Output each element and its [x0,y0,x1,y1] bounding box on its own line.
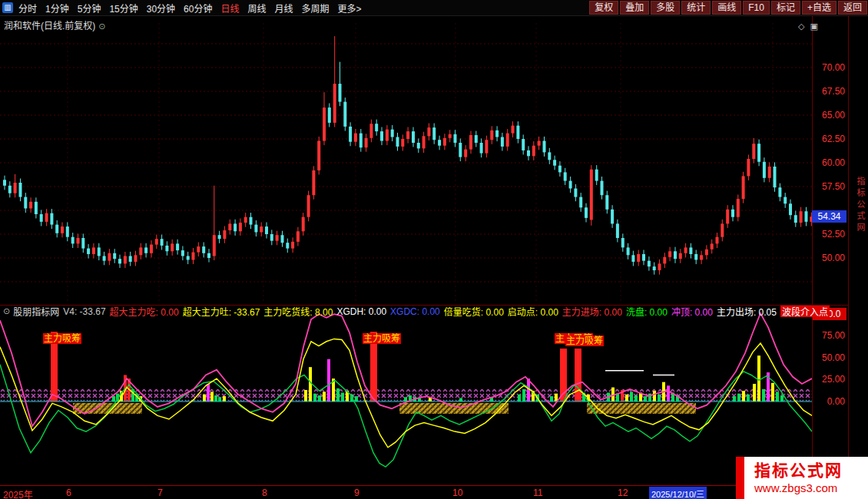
indicator-axis-label: 75.00 [813,330,845,341]
price-axis-label: 62.50 [813,134,845,144]
indicator-axis-label: 25.00 [813,374,845,385]
toolbar-tool-8[interactable]: 返回 [838,1,867,15]
toolbar-tool-1[interactable]: 叠加 [620,1,649,15]
indicator-field-8: 启动点: 0.00 [508,306,558,317]
status-dot-icon: ⊙ [98,21,105,31]
app-logo-icon[interactable]: ▥ [2,2,13,13]
toolbar-tool-7[interactable]: +自选 [802,1,837,15]
toolbar-period-5[interactable]: 60分钟 [184,2,212,15]
toolbar-tool-0[interactable]: 复权 [589,1,618,15]
candlestick-chart[interactable] [0,15,814,306]
time-axis-label: 2025年 [3,487,33,499]
price-axis-label: 65.00 [813,110,845,121]
watermark-text: 指标公式网 www.zbgs3.com [744,457,868,499]
toolbar-tool-2[interactable]: 多股 [651,1,680,15]
indicator-header: ⊙股朋指标网V4: -33.67超大主力吃: 0.00超大主力吐: -33.67… [0,306,851,317]
top-toolbar: ▥ 分时1分钟5分钟15分钟30分钟60分钟日线周线月线多周期更多> 复权叠加多… [0,0,868,16]
indicator-field-11: 冲顶: 0.00 [671,306,713,317]
time-axis-label: 10 [452,487,462,498]
time-axis-label: 11 [533,487,542,498]
indicator-field-3: 超大主力吐: -33.67 [183,306,260,317]
time-axis-label: 9 [354,487,359,498]
vertical-watermark: 指标公式网 [854,177,866,234]
toolbar-period-8[interactable]: 月线 [275,2,293,15]
indicator-field-5: XGDH: 0.00 [336,306,386,317]
window-icon[interactable]: ▣ [810,21,817,31]
toolbar-period-1[interactable]: 1分钟 [45,2,69,15]
signal-label: 主力吸筹 [565,335,604,346]
toolbar-period-0[interactable]: 分时 [18,2,37,15]
indicator-field-0: 股朋指标网 [13,306,59,317]
indicator-axis-label: 0.00 [813,396,845,407]
toolbar-tool-6[interactable]: 标记 [771,1,800,15]
toolbar-period-9[interactable]: 多周期 [302,2,330,15]
toolbar-period-10[interactable]: 更多> [338,2,362,15]
toolbar-period-7[interactable]: 周线 [247,2,266,15]
indicator-field-7: 倍量吃货: 0.00 [444,306,504,317]
time-axis-label: 6 [66,487,71,498]
indicator-field-6: XGDC: 0.00 [390,306,440,317]
toolbar-period-6[interactable]: 日线 [220,2,239,15]
price-axis-label: 67.50 [813,86,845,97]
price-axis-label: 70.00 [813,62,845,73]
indicator-field-1: V4: -33.67 [63,306,105,317]
chart-corner-icons: ◇▣ [793,18,818,32]
time-axis-label: 7 [157,487,163,498]
toolbar-period-2[interactable]: 5分钟 [78,2,101,15]
indicator-field-13: 波段介入点 [780,306,830,317]
watermark-red-bar [736,457,744,499]
toolbar-tool-3[interactable]: 统计 [681,1,711,15]
chart-title: 润和软件(日线.前复权) [4,21,95,31]
price-axis-label: 57.50 [813,181,845,192]
indicator-field-9: 主力进场: 0.00 [562,306,622,317]
toolbar-tool-5[interactable]: F10 [743,1,770,15]
price-axis-label: 52.50 [813,229,845,240]
axis-divider [812,15,813,485]
chart-title-row: 润和软件(日线.前复权)⊙ [4,18,106,31]
toolbar-period-4[interactable]: 30分钟 [147,2,175,15]
app-window: ▥ 分时1分钟5分钟15分钟30分钟60分钟日线周线月线多周期更多> 复权叠加多… [0,0,868,499]
indicator-field-2: 超大主力吃: 0.00 [110,306,179,317]
indicator-field-4: 主力吃货线: 8.00 [263,306,333,317]
time-axis-label: 12 [618,487,628,498]
time-axis-label: 8 [262,487,267,498]
diamond-icon[interactable]: ◇ [798,21,804,31]
watermark-url: www.zbgs3.com [754,481,868,494]
toolbar-tool-4[interactable]: 画线 [712,1,741,15]
toolbar-period-group: 分时1分钟5分钟15分钟30分钟60分钟日线周线月线多周期更多> [18,2,370,15]
current-price-tag: 54.34 [812,210,846,223]
right-edge-strip: 指标公式网 [849,15,868,485]
signal-label: 主力吸筹 [363,333,401,344]
watermark: 指标公式网 www.zbgs3.com [736,457,868,499]
indicator-chart[interactable] [0,307,849,485]
indicator-axis-label: 50.00 [813,352,845,363]
indicator-field-12: 主力出场: 0.05 [717,306,777,317]
toolbar-period-3[interactable]: 15分钟 [109,2,137,15]
price-axis-label: 60.00 [813,157,845,168]
indicator-icon: ⊙ [3,306,10,316]
date-highlight: 2025/12/10/三 [649,487,707,499]
price-axis-label: 50.00 [813,253,845,263]
indicator-field-10: 洗盘: 0.00 [626,306,668,317]
signal-label: 主力吸筹 [43,333,81,344]
toolbar-tools-group: 复权叠加多股统计画线F10标记+自选返回 [588,1,868,15]
watermark-title: 指标公式网 [754,461,868,479]
